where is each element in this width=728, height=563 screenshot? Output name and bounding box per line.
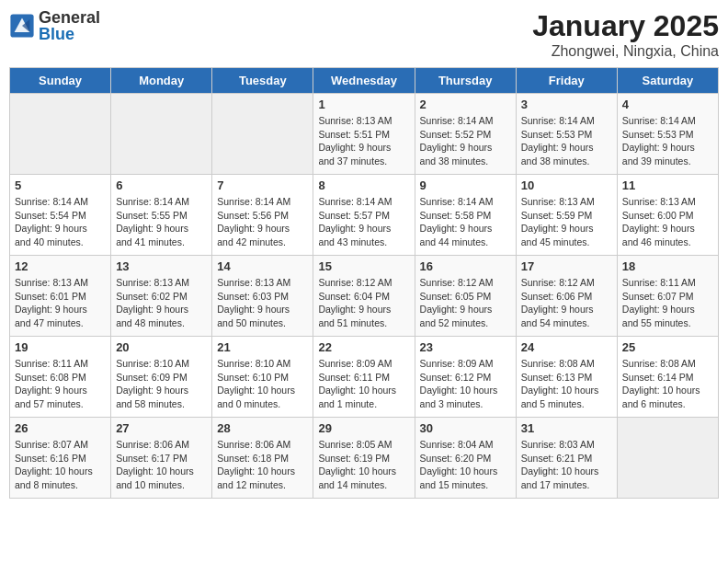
calendar-cell: 24Sunrise: 8:08 AM Sunset: 6:13 PM Dayli… [516, 337, 617, 418]
day-number: 27 [116, 421, 207, 435]
day-info: Sunrise: 8:13 AM Sunset: 5:51 PM Dayligh… [318, 114, 409, 168]
day-info: Sunrise: 8:05 AM Sunset: 6:19 PM Dayligh… [318, 438, 409, 492]
calendar-cell: 2Sunrise: 8:14 AM Sunset: 5:52 PM Daylig… [415, 94, 516, 175]
day-number: 18 [622, 259, 713, 273]
day-number: 31 [521, 421, 612, 435]
calendar-cell: 18Sunrise: 8:11 AM Sunset: 6:07 PM Dayli… [617, 256, 718, 337]
day-number: 2 [420, 98, 511, 111]
day-info: Sunrise: 8:10 AM Sunset: 6:10 PM Dayligh… [217, 357, 308, 411]
day-number: 8 [318, 178, 409, 192]
day-info: Sunrise: 8:13 AM Sunset: 6:03 PM Dayligh… [217, 276, 308, 330]
weekday-header-cell: Thursday [415, 68, 516, 94]
calendar-cell: 7Sunrise: 8:14 AM Sunset: 5:56 PM Daylig… [212, 175, 313, 256]
header: General Blue January 2025 Zhongwei, Ning… [9, 9, 719, 60]
calendar-week-row: 26Sunrise: 8:07 AM Sunset: 6:16 PM Dayli… [10, 418, 719, 499]
day-info: Sunrise: 8:13 AM Sunset: 6:02 PM Dayligh… [116, 276, 207, 330]
calendar-cell: 20Sunrise: 8:10 AM Sunset: 6:09 PM Dayli… [111, 337, 212, 418]
day-info: Sunrise: 8:14 AM Sunset: 5:57 PM Dayligh… [318, 195, 409, 249]
calendar-cell: 11Sunrise: 8:13 AM Sunset: 6:00 PM Dayli… [617, 175, 718, 256]
calendar-cell: 15Sunrise: 8:12 AM Sunset: 6:04 PM Dayli… [313, 256, 415, 337]
weekday-header-cell: Wednesday [313, 68, 415, 94]
day-number: 4 [622, 98, 713, 111]
day-info: Sunrise: 8:12 AM Sunset: 6:05 PM Dayligh… [420, 276, 511, 330]
calendar-cell: 9Sunrise: 8:14 AM Sunset: 5:58 PM Daylig… [415, 175, 516, 256]
calendar-week-row: 5Sunrise: 8:14 AM Sunset: 5:54 PM Daylig… [10, 175, 719, 256]
day-number: 30 [420, 421, 511, 435]
calendar-cell: 12Sunrise: 8:13 AM Sunset: 6:01 PM Dayli… [10, 256, 111, 337]
calendar-cell: 3Sunrise: 8:14 AM Sunset: 5:53 PM Daylig… [516, 94, 617, 175]
calendar-cell: 30Sunrise: 8:04 AM Sunset: 6:20 PM Dayli… [415, 418, 516, 499]
calendar-title: January 2025 [532, 9, 719, 43]
day-info: Sunrise: 8:06 AM Sunset: 6:17 PM Dayligh… [116, 438, 207, 492]
day-info: Sunrise: 8:14 AM Sunset: 5:53 PM Dayligh… [521, 114, 612, 168]
calendar-cell: 5Sunrise: 8:14 AM Sunset: 5:54 PM Daylig… [10, 175, 111, 256]
day-number: 5 [15, 178, 106, 192]
calendar-cell: 31Sunrise: 8:03 AM Sunset: 6:21 PM Dayli… [516, 418, 617, 499]
day-info: Sunrise: 8:08 AM Sunset: 6:13 PM Dayligh… [521, 357, 612, 411]
day-info: Sunrise: 8:03 AM Sunset: 6:21 PM Dayligh… [521, 438, 612, 492]
calendar-cell: 27Sunrise: 8:06 AM Sunset: 6:17 PM Dayli… [111, 418, 212, 499]
calendar-cell: 22Sunrise: 8:09 AM Sunset: 6:11 PM Dayli… [313, 337, 415, 418]
calendar-subtitle: Zhongwei, Ningxia, China [532, 43, 719, 60]
day-info: Sunrise: 8:09 AM Sunset: 6:11 PM Dayligh… [318, 357, 409, 411]
day-info: Sunrise: 8:14 AM Sunset: 5:58 PM Dayligh… [420, 195, 511, 249]
weekday-header-row: SundayMondayTuesdayWednesdayThursdayFrid… [10, 68, 719, 94]
weekday-header-cell: Monday [111, 68, 212, 94]
calendar-cell: 1Sunrise: 8:13 AM Sunset: 5:51 PM Daylig… [313, 94, 415, 175]
title-area: January 2025 Zhongwei, Ningxia, China [532, 9, 719, 60]
day-info: Sunrise: 8:07 AM Sunset: 6:16 PM Dayligh… [15, 438, 106, 492]
day-number: 23 [420, 340, 511, 354]
day-info: Sunrise: 8:14 AM Sunset: 5:56 PM Dayligh… [217, 195, 308, 249]
calendar-cell [111, 94, 212, 175]
day-number: 20 [116, 340, 207, 354]
calendar-week-row: 12Sunrise: 8:13 AM Sunset: 6:01 PM Dayli… [10, 256, 719, 337]
calendar-cell [10, 94, 111, 175]
day-info: Sunrise: 8:14 AM Sunset: 5:52 PM Dayligh… [420, 114, 511, 168]
day-number: 29 [318, 421, 409, 435]
day-number: 12 [15, 259, 106, 273]
calendar-cell: 10Sunrise: 8:13 AM Sunset: 5:59 PM Dayli… [516, 175, 617, 256]
day-info: Sunrise: 8:14 AM Sunset: 5:55 PM Dayligh… [116, 195, 207, 249]
calendar-cell: 16Sunrise: 8:12 AM Sunset: 6:05 PM Dayli… [415, 256, 516, 337]
day-number: 1 [318, 98, 409, 111]
day-number: 13 [116, 259, 207, 273]
logo: General Blue [9, 9, 100, 42]
calendar-cell: 19Sunrise: 8:11 AM Sunset: 6:08 PM Dayli… [10, 337, 111, 418]
day-info: Sunrise: 8:11 AM Sunset: 6:08 PM Dayligh… [15, 357, 106, 411]
calendar-cell: 4Sunrise: 8:14 AM Sunset: 5:53 PM Daylig… [617, 94, 718, 175]
day-info: Sunrise: 8:14 AM Sunset: 5:54 PM Dayligh… [15, 195, 106, 249]
day-number: 24 [521, 340, 612, 354]
day-number: 11 [622, 178, 713, 192]
day-info: Sunrise: 8:13 AM Sunset: 6:01 PM Dayligh… [15, 276, 106, 330]
calendar-cell [212, 94, 313, 175]
day-info: Sunrise: 8:13 AM Sunset: 5:59 PM Dayligh… [521, 195, 612, 249]
day-info: Sunrise: 8:12 AM Sunset: 6:04 PM Dayligh… [318, 276, 409, 330]
logo-icon [9, 13, 35, 39]
calendar-cell: 6Sunrise: 8:14 AM Sunset: 5:55 PM Daylig… [111, 175, 212, 256]
calendar-cell [617, 418, 718, 499]
day-number: 7 [217, 178, 308, 192]
calendar-cell: 14Sunrise: 8:13 AM Sunset: 6:03 PM Dayli… [212, 256, 313, 337]
calendar-table: SundayMondayTuesdayWednesdayThursdayFrid… [9, 67, 719, 499]
weekday-header-cell: Tuesday [212, 68, 313, 94]
day-number: 28 [217, 421, 308, 435]
weekday-header-cell: Friday [516, 68, 617, 94]
calendar-week-row: 19Sunrise: 8:11 AM Sunset: 6:08 PM Dayli… [10, 337, 719, 418]
day-info: Sunrise: 8:14 AM Sunset: 5:53 PM Dayligh… [622, 114, 713, 168]
calendar-cell: 23Sunrise: 8:09 AM Sunset: 6:12 PM Dayli… [415, 337, 516, 418]
calendar-body: 1Sunrise: 8:13 AM Sunset: 5:51 PM Daylig… [10, 94, 719, 499]
day-info: Sunrise: 8:11 AM Sunset: 6:07 PM Dayligh… [622, 276, 713, 330]
calendar-cell: 25Sunrise: 8:08 AM Sunset: 6:14 PM Dayli… [617, 337, 718, 418]
calendar-cell: 29Sunrise: 8:05 AM Sunset: 6:19 PM Dayli… [313, 418, 415, 499]
day-info: Sunrise: 8:12 AM Sunset: 6:06 PM Dayligh… [521, 276, 612, 330]
day-number: 22 [318, 340, 409, 354]
day-number: 19 [15, 340, 106, 354]
day-number: 17 [521, 259, 612, 273]
day-number: 10 [521, 178, 612, 192]
logo-blue-text: Blue [39, 25, 74, 43]
day-number: 15 [318, 259, 409, 273]
day-number: 9 [420, 178, 511, 192]
day-number: 6 [116, 178, 207, 192]
calendar-week-row: 1Sunrise: 8:13 AM Sunset: 5:51 PM Daylig… [10, 94, 719, 175]
calendar-cell: 17Sunrise: 8:12 AM Sunset: 6:06 PM Dayli… [516, 256, 617, 337]
